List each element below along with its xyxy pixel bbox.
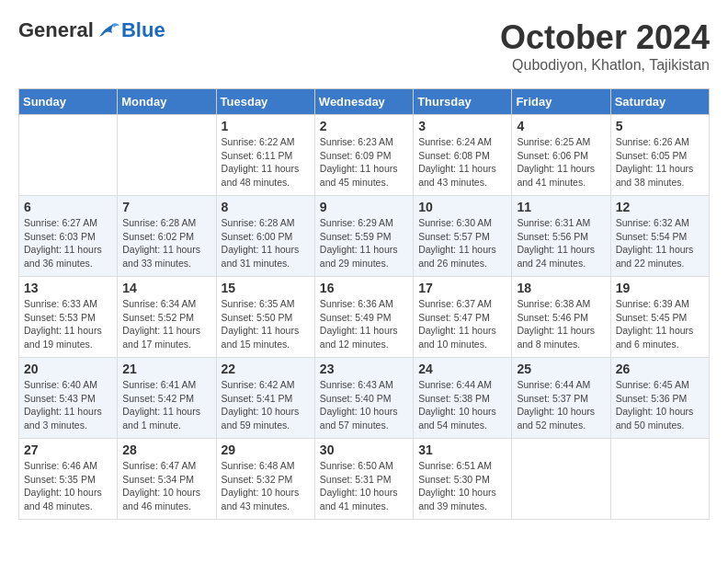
day-number: 30 bbox=[320, 442, 408, 457]
location: Qubodiyon, Khatlon, Tajikistan bbox=[500, 57, 710, 74]
calendar-cell: 7Sunrise: 6:28 AM Sunset: 6:02 PM Daylig… bbox=[118, 196, 216, 277]
calendar-cell: 16Sunrise: 6:36 AM Sunset: 5:49 PM Dayli… bbox=[314, 277, 413, 358]
page-header: General Blue October 2024 Qubodiyon, Kha… bbox=[18, 18, 710, 74]
calendar-cell: 20Sunrise: 6:40 AM Sunset: 5:43 PM Dayli… bbox=[19, 358, 118, 439]
month-title: October 2024 bbox=[500, 18, 710, 57]
calendar-cell: 30Sunrise: 6:50 AM Sunset: 5:31 PM Dayli… bbox=[314, 439, 413, 520]
day-number: 19 bbox=[616, 281, 704, 295]
calendar-cell: 3Sunrise: 6:24 AM Sunset: 6:08 PM Daylig… bbox=[414, 115, 512, 196]
calendar-day-header: Tuesday bbox=[216, 89, 314, 115]
cell-info: Sunrise: 6:30 AM Sunset: 5:57 PM Dayligh… bbox=[418, 216, 506, 270]
calendar-cell bbox=[19, 115, 118, 196]
calendar-cell: 11Sunrise: 6:31 AM Sunset: 5:56 PM Dayli… bbox=[512, 196, 610, 277]
logo: General Blue bbox=[18, 18, 165, 42]
day-number: 4 bbox=[517, 119, 605, 133]
day-number: 5 bbox=[616, 119, 704, 133]
cell-info: Sunrise: 6:37 AM Sunset: 5:47 PM Dayligh… bbox=[418, 297, 506, 351]
calendar-cell: 27Sunrise: 6:46 AM Sunset: 5:35 PM Dayli… bbox=[19, 439, 118, 520]
day-number: 13 bbox=[24, 281, 112, 295]
calendar-cell: 28Sunrise: 6:47 AM Sunset: 5:34 PM Dayli… bbox=[118, 439, 216, 520]
calendar-cell: 23Sunrise: 6:43 AM Sunset: 5:40 PM Dayli… bbox=[314, 358, 413, 439]
cell-info: Sunrise: 6:51 AM Sunset: 5:30 PM Dayligh… bbox=[418, 459, 506, 513]
day-number: 6 bbox=[24, 200, 112, 214]
calendar-day-header: Saturday bbox=[610, 89, 709, 115]
cell-info: Sunrise: 6:22 AM Sunset: 6:11 PM Dayligh… bbox=[222, 135, 310, 190]
day-number: 26 bbox=[616, 362, 704, 376]
calendar-cell: 21Sunrise: 6:41 AM Sunset: 5:42 PM Dayli… bbox=[118, 358, 216, 439]
cell-info: Sunrise: 6:44 AM Sunset: 5:37 PM Dayligh… bbox=[517, 378, 605, 432]
cell-info: Sunrise: 6:28 AM Sunset: 6:02 PM Dayligh… bbox=[122, 216, 210, 270]
calendar-cell: 31Sunrise: 6:51 AM Sunset: 5:30 PM Dayli… bbox=[414, 439, 512, 520]
calendar-week-row: 20Sunrise: 6:40 AM Sunset: 5:43 PM Dayli… bbox=[19, 358, 710, 439]
day-number: 29 bbox=[222, 442, 310, 457]
calendar-day-header: Sunday bbox=[19, 89, 118, 115]
calendar-day-header: Thursday bbox=[414, 89, 512, 115]
logo-bird-icon bbox=[96, 20, 121, 40]
calendar-cell: 19Sunrise: 6:39 AM Sunset: 5:45 PM Dayli… bbox=[610, 277, 709, 358]
calendar-week-row: 1Sunrise: 6:22 AM Sunset: 6:11 PM Daylig… bbox=[19, 115, 710, 196]
calendar-week-row: 27Sunrise: 6:46 AM Sunset: 5:35 PM Dayli… bbox=[19, 439, 710, 520]
cell-info: Sunrise: 6:26 AM Sunset: 6:05 PM Dayligh… bbox=[616, 135, 704, 190]
calendar-cell: 26Sunrise: 6:45 AM Sunset: 5:36 PM Dayli… bbox=[610, 358, 709, 439]
cell-info: Sunrise: 6:44 AM Sunset: 5:38 PM Dayligh… bbox=[418, 378, 506, 432]
cell-info: Sunrise: 6:48 AM Sunset: 5:32 PM Dayligh… bbox=[222, 459, 310, 513]
cell-info: Sunrise: 6:46 AM Sunset: 5:35 PM Dayligh… bbox=[24, 459, 112, 513]
cell-info: Sunrise: 6:42 AM Sunset: 5:41 PM Dayligh… bbox=[222, 378, 310, 432]
day-number: 18 bbox=[517, 281, 605, 295]
cell-info: Sunrise: 6:29 AM Sunset: 5:59 PM Dayligh… bbox=[320, 216, 408, 270]
day-number: 22 bbox=[222, 362, 310, 376]
calendar-cell: 10Sunrise: 6:30 AM Sunset: 5:57 PM Dayli… bbox=[414, 196, 512, 277]
day-number: 15 bbox=[222, 281, 310, 295]
calendar-cell: 4Sunrise: 6:25 AM Sunset: 6:06 PM Daylig… bbox=[512, 115, 610, 196]
day-number: 31 bbox=[418, 442, 506, 457]
day-number: 7 bbox=[122, 200, 210, 214]
day-number: 28 bbox=[122, 442, 210, 457]
cell-info: Sunrise: 6:35 AM Sunset: 5:50 PM Dayligh… bbox=[222, 297, 310, 351]
day-number: 20 bbox=[24, 362, 112, 376]
cell-info: Sunrise: 6:41 AM Sunset: 5:42 PM Dayligh… bbox=[122, 378, 210, 432]
day-number: 17 bbox=[418, 281, 506, 295]
cell-info: Sunrise: 6:36 AM Sunset: 5:49 PM Dayligh… bbox=[320, 297, 408, 351]
calendar-header-row: SundayMondayTuesdayWednesdayThursdayFrid… bbox=[19, 89, 710, 115]
day-number: 24 bbox=[418, 362, 506, 376]
calendar-week-row: 6Sunrise: 6:27 AM Sunset: 6:03 PM Daylig… bbox=[19, 196, 710, 277]
day-number: 27 bbox=[24, 442, 112, 457]
logo-general-text: General bbox=[18, 18, 94, 42]
calendar-cell: 18Sunrise: 6:38 AM Sunset: 5:46 PM Dayli… bbox=[512, 277, 610, 358]
calendar-cell: 25Sunrise: 6:44 AM Sunset: 5:37 PM Dayli… bbox=[512, 358, 610, 439]
calendar-week-row: 13Sunrise: 6:33 AM Sunset: 5:53 PM Dayli… bbox=[19, 277, 710, 358]
cell-info: Sunrise: 6:23 AM Sunset: 6:09 PM Dayligh… bbox=[320, 135, 408, 190]
cell-info: Sunrise: 6:43 AM Sunset: 5:40 PM Dayligh… bbox=[320, 378, 408, 432]
cell-info: Sunrise: 6:38 AM Sunset: 5:46 PM Dayligh… bbox=[517, 297, 605, 351]
calendar-cell: 15Sunrise: 6:35 AM Sunset: 5:50 PM Dayli… bbox=[216, 277, 314, 358]
calendar-cell: 24Sunrise: 6:44 AM Sunset: 5:38 PM Dayli… bbox=[414, 358, 512, 439]
calendar-day-header: Monday bbox=[118, 89, 216, 115]
day-number: 14 bbox=[122, 281, 210, 295]
cell-info: Sunrise: 6:40 AM Sunset: 5:43 PM Dayligh… bbox=[24, 378, 112, 432]
calendar-day-header: Friday bbox=[512, 89, 610, 115]
calendar-cell: 2Sunrise: 6:23 AM Sunset: 6:09 PM Daylig… bbox=[314, 115, 413, 196]
day-number: 25 bbox=[517, 362, 605, 376]
calendar-cell: 17Sunrise: 6:37 AM Sunset: 5:47 PM Dayli… bbox=[414, 277, 512, 358]
cell-info: Sunrise: 6:33 AM Sunset: 5:53 PM Dayligh… bbox=[24, 297, 112, 351]
cell-info: Sunrise: 6:50 AM Sunset: 5:31 PM Dayligh… bbox=[320, 459, 408, 513]
cell-info: Sunrise: 6:28 AM Sunset: 6:00 PM Dayligh… bbox=[222, 216, 310, 270]
logo-blue-text: Blue bbox=[121, 18, 165, 42]
cell-info: Sunrise: 6:32 AM Sunset: 5:54 PM Dayligh… bbox=[616, 216, 704, 270]
calendar-cell: 22Sunrise: 6:42 AM Sunset: 5:41 PM Dayli… bbox=[216, 358, 314, 439]
day-number: 3 bbox=[418, 119, 506, 133]
calendar-cell: 13Sunrise: 6:33 AM Sunset: 5:53 PM Dayli… bbox=[19, 277, 118, 358]
calendar-day-header: Wednesday bbox=[314, 89, 413, 115]
calendar-cell: 6Sunrise: 6:27 AM Sunset: 6:03 PM Daylig… bbox=[19, 196, 118, 277]
cell-info: Sunrise: 6:39 AM Sunset: 5:45 PM Dayligh… bbox=[616, 297, 704, 351]
cell-info: Sunrise: 6:24 AM Sunset: 6:08 PM Dayligh… bbox=[418, 135, 506, 190]
calendar-cell: 9Sunrise: 6:29 AM Sunset: 5:59 PM Daylig… bbox=[314, 196, 413, 277]
calendar-cell: 14Sunrise: 6:34 AM Sunset: 5:52 PM Dayli… bbox=[118, 277, 216, 358]
cell-info: Sunrise: 6:45 AM Sunset: 5:36 PM Dayligh… bbox=[616, 378, 704, 432]
calendar-cell: 1Sunrise: 6:22 AM Sunset: 6:11 PM Daylig… bbox=[216, 115, 314, 196]
cell-info: Sunrise: 6:34 AM Sunset: 5:52 PM Dayligh… bbox=[122, 297, 210, 351]
day-number: 8 bbox=[222, 200, 310, 214]
cell-info: Sunrise: 6:47 AM Sunset: 5:34 PM Dayligh… bbox=[122, 459, 210, 513]
calendar-cell: 5Sunrise: 6:26 AM Sunset: 6:05 PM Daylig… bbox=[610, 115, 709, 196]
cell-info: Sunrise: 6:25 AM Sunset: 6:06 PM Dayligh… bbox=[517, 135, 605, 190]
